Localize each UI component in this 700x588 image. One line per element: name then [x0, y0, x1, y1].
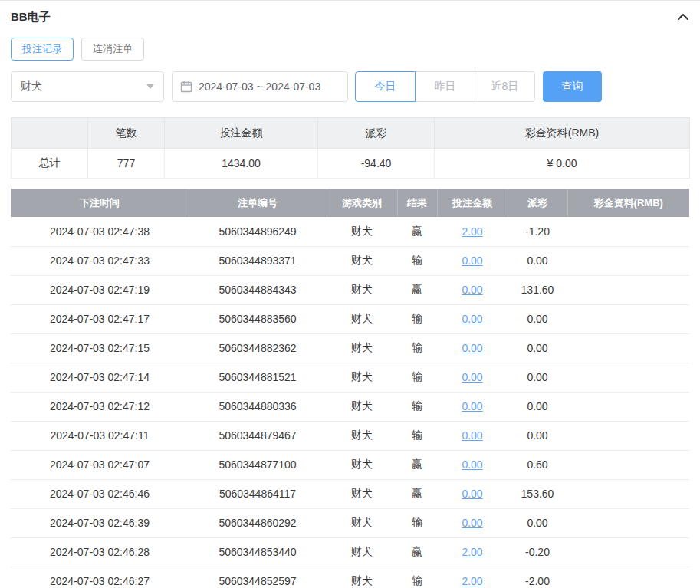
cell-bet-time: 2024-07-03 02:47:19 — [11, 275, 189, 304]
cell-bet-time: 2024-07-03 02:46:28 — [11, 537, 189, 567]
bet-amount-link[interactable]: 2.00 — [462, 546, 482, 558]
cell-bonus — [567, 275, 689, 304]
table-row: 2024-07-03 02:47:075060344877100财犬赢0.000… — [11, 450, 689, 479]
quick-range-group: 今日 昨日 近8日 — [355, 71, 535, 102]
cell-bet-amount: 0.00 — [437, 246, 508, 275]
game-select[interactable]: 财犬 — [11, 71, 164, 102]
yesterday-button[interactable]: 昨日 — [415, 71, 475, 102]
cell-bet-amount: 0.00 — [437, 333, 508, 363]
cell-game-type: 财犬 — [327, 537, 397, 567]
cell-bonus — [567, 304, 689, 333]
bet-table-body: 2024-07-03 02:47:385060344896249财犬赢2.00-… — [11, 217, 689, 588]
cell-bet-amount: 0.00 — [437, 450, 508, 479]
date-range-input[interactable]: 2024-07-03 ~ 2024-07-03 — [172, 71, 348, 102]
search-button[interactable]: 查询 — [543, 71, 602, 102]
cell-order-id: 5060344852597 — [189, 567, 327, 588]
cell-bonus — [567, 508, 689, 537]
cell-bet-time: 2024-07-03 02:47:17 — [11, 304, 189, 333]
cell-result: 赢 — [397, 217, 437, 246]
collapse-button[interactable] — [677, 13, 689, 21]
summary-header-bet-amount: 投注金额 — [165, 118, 318, 149]
filter-row: 财犬 2024-07-03 ~ 2024-07-03 今日 昨日 近8日 查询 — [11, 71, 689, 102]
cell-bet-amount: 0.00 — [437, 304, 508, 333]
cell-result: 输 — [397, 421, 437, 450]
cell-bonus — [567, 246, 689, 275]
bet-amount-link[interactable]: 2.00 — [462, 225, 482, 238]
last8days-button[interactable]: 近8日 — [475, 71, 535, 102]
cell-bet-time: 2024-07-03 02:47:07 — [11, 450, 189, 479]
cell-bet-amount: 0.00 — [437, 479, 508, 508]
table-row: 2024-07-03 02:47:385060344896249财犬赢2.00-… — [11, 217, 689, 246]
chevron-down-icon — [146, 84, 154, 89]
table-row: 2024-07-03 02:46:275060344852597财犬输2.00-… — [11, 567, 689, 588]
bet-amount-link[interactable]: 0.00 — [462, 255, 482, 267]
tab-bet-records[interactable]: 投注记录 — [11, 38, 74, 61]
header-bet-amount: 投注金额 — [437, 189, 508, 217]
bet-amount-link[interactable]: 2.00 — [462, 575, 482, 587]
summary-header-bonus: 彩金资料(RMB) — [435, 118, 690, 149]
tab-bar: 投注记录 连消注单 — [11, 38, 689, 61]
header-bet-time: 下注时间 — [11, 189, 189, 217]
bet-amount-link[interactable]: 0.00 — [462, 429, 482, 442]
cell-bet-time: 2024-07-03 02:47:15 — [11, 333, 189, 363]
cell-bet-time: 2024-07-03 02:46:27 — [11, 567, 189, 588]
cell-payout: -1.20 — [508, 217, 567, 246]
page-title: BB电子 — [11, 10, 51, 25]
cell-bet-amount: 0.00 — [437, 508, 508, 537]
table-row: 2024-07-03 02:47:175060344883560财犬输0.000… — [11, 304, 689, 333]
bet-amount-link[interactable]: 0.00 — [462, 517, 482, 529]
bet-amount-link[interactable]: 0.00 — [462, 342, 482, 354]
cell-bet-amount: 0.00 — [437, 275, 508, 304]
cell-order-id: 5060344877100 — [189, 450, 327, 479]
cell-bonus — [567, 567, 689, 588]
header-payout: 派彩 — [508, 189, 567, 217]
cell-order-id: 5060344896249 — [189, 217, 327, 246]
chevron-up-icon — [677, 13, 689, 21]
cell-payout: 0.00 — [508, 304, 567, 333]
bet-amount-link[interactable]: 0.00 — [462, 284, 482, 296]
bet-amount-link[interactable]: 0.00 — [462, 458, 482, 471]
header-game-type: 游戏类别 — [327, 189, 397, 217]
cell-bet-amount: 2.00 — [437, 537, 508, 567]
cell-game-type: 财犬 — [327, 508, 397, 537]
tab-cancelled-orders[interactable]: 连消注单 — [81, 38, 144, 61]
cell-bet-amount: 2.00 — [437, 567, 508, 588]
cell-result: 赢 — [397, 479, 437, 508]
cell-bet-time: 2024-07-03 02:47:12 — [11, 392, 189, 421]
cell-bonus — [567, 421, 689, 450]
cell-bet-time: 2024-07-03 02:47:14 — [11, 363, 189, 392]
bet-amount-link[interactable]: 0.00 — [462, 313, 482, 325]
summary-bonus-value: ¥ 0.00 — [435, 149, 690, 179]
cell-game-type: 财犬 — [327, 363, 397, 392]
cell-game-type: 财犬 — [327, 333, 397, 363]
cell-payout: 0.00 — [508, 246, 567, 275]
cell-order-id: 5060344882362 — [189, 333, 327, 363]
bet-amount-link[interactable]: 0.00 — [462, 400, 482, 412]
calendar-icon — [180, 80, 192, 93]
cell-result: 赢 — [397, 537, 437, 567]
cell-payout: 0.00 — [508, 421, 567, 450]
cell-result: 输 — [397, 304, 437, 333]
cell-result: 输 — [397, 567, 437, 588]
cell-bet-time: 2024-07-03 02:47:11 — [11, 421, 189, 450]
bet-amount-link[interactable]: 0.00 — [462, 371, 482, 383]
bet-amount-link[interactable]: 0.00 — [462, 488, 482, 500]
cell-bet-time: 2024-07-03 02:46:46 — [11, 479, 189, 508]
table-row: 2024-07-03 02:47:125060344880336财犬输0.000… — [11, 392, 689, 421]
bet-table: 下注时间 注单编号 游戏类别 结果 投注金额 派彩 彩金资料(RMB) 2024… — [11, 189, 689, 588]
cell-game-type: 财犬 — [327, 275, 397, 304]
cell-payout: 131.60 — [508, 275, 567, 304]
cell-bet-time: 2024-07-03 02:46:39 — [11, 508, 189, 537]
today-button[interactable]: 今日 — [355, 71, 416, 102]
cell-bet-time: 2024-07-03 02:47:33 — [11, 246, 189, 275]
cell-bonus — [567, 479, 689, 508]
cell-bonus — [567, 450, 689, 479]
cell-game-type: 财犬 — [327, 479, 397, 508]
summary-payout-value: -94.40 — [318, 149, 435, 179]
table-row: 2024-07-03 02:46:395060344860292财犬输0.000… — [11, 508, 689, 537]
game-select-value: 财犬 — [21, 80, 42, 94]
table-row: 2024-07-03 02:46:465060344864117财犬赢0.001… — [11, 479, 689, 508]
cell-bet-time: 2024-07-03 02:47:38 — [11, 217, 189, 246]
cell-game-type: 财犬 — [327, 450, 397, 479]
bet-table-header-row: 下注时间 注单编号 游戏类别 结果 投注金额 派彩 彩金资料(RMB) — [11, 189, 689, 217]
